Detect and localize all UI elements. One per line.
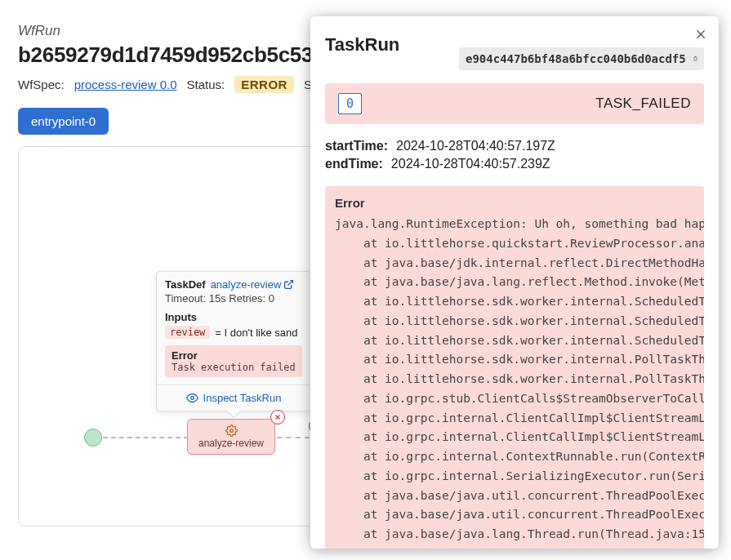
taskrun-id-box: e904c447b6bf48a6bfcc040b6d0acdf5: [459, 47, 704, 70]
taskrun-modal: TaskRun e904c447b6bf48a6bfcc040b6d0acdf5…: [310, 16, 719, 549]
error-panel: Error java.lang.RuntimeException: Uh oh,…: [325, 186, 704, 549]
eye-icon: [186, 392, 198, 404]
start-node[interactable]: [84, 429, 102, 447]
inspect-label: Inspect TaskRun: [203, 392, 282, 404]
edge-1: [103, 437, 189, 438]
svg-line-0: [288, 281, 293, 286]
error-badge-icon: [270, 410, 285, 424]
taskrun-id-text: e904c447b6bf48a6bfcc040b6d0acdf5: [466, 52, 686, 65]
close-button[interactable]: [694, 28, 707, 41]
taskdef-label: TaskDef: [165, 278, 206, 291]
entrypoint-button[interactable]: entrypoint-0: [18, 108, 109, 135]
taskdef-link-text: analyze-review: [211, 278, 282, 291]
task-node-label: analyze-review: [198, 438, 264, 449]
edge-2: [277, 437, 310, 438]
wfspec-link[interactable]: process-review 0.0: [74, 78, 177, 91]
inputs-heading: Inputs: [165, 311, 302, 323]
task-status-text: TASK_FAILED: [595, 96, 691, 112]
close-icon: [694, 28, 707, 41]
taskdef-link[interactable]: analyze-review: [211, 278, 295, 291]
endtime-label: endTime:: [325, 157, 383, 171]
starttime-label: startTime:: [325, 139, 388, 153]
node-tooltip: TaskDef analyze-review Timeout: 15s Retr…: [156, 271, 311, 411]
input-name-pill: review: [165, 326, 210, 339]
input-value: = I don't like sand: [215, 327, 297, 339]
status-badge: ERROR: [234, 76, 294, 93]
starttime-value: 2024-10-28T04:40:57.197Z: [396, 139, 555, 153]
tooltip-error-msg: Task execution failed: [172, 362, 296, 373]
svg-point-1: [190, 397, 194, 400]
endtime-value: 2024-10-28T04:40:57.239Z: [391, 157, 550, 171]
status-label: Status:: [187, 78, 225, 91]
gear-icon: [225, 424, 238, 437]
clipboard-icon[interactable]: [693, 52, 698, 65]
error-heading: Error: [325, 196, 704, 215]
wfspec-label: WfSpec:: [18, 78, 65, 91]
external-link-icon: [283, 279, 294, 290]
svg-rect-9: [694, 57, 697, 60]
status-row: 0 TASK_FAILED: [325, 83, 704, 124]
tooltip-error-box: Error Task execution failed: [165, 345, 302, 377]
svg-point-2: [230, 429, 233, 433]
taskdef-subline: Timeout: 15s Retries: 0: [165, 292, 302, 304]
task-node-analyze-review[interactable]: analyze-review: [187, 419, 275, 455]
attempt-badge[interactable]: 0: [338, 93, 362, 114]
tooltip-error-heading: Error: [172, 349, 296, 362]
stack-trace[interactable]: java.lang.RuntimeException: Uh oh, somet…: [325, 215, 704, 549]
